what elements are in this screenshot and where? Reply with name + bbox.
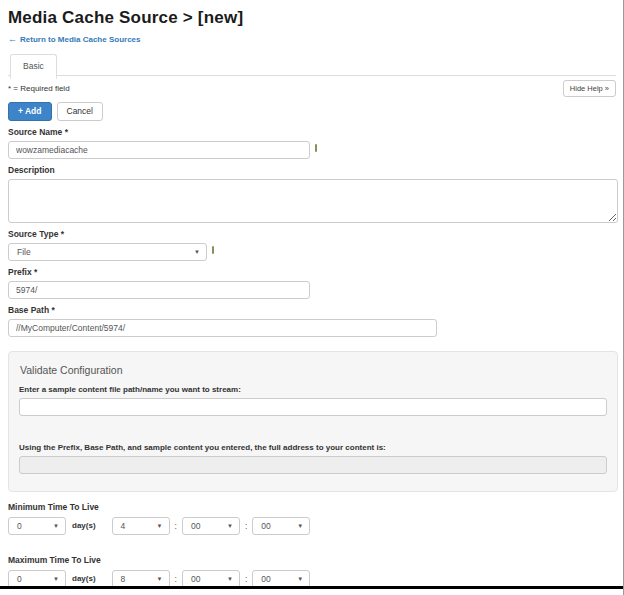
max-ttl-group: Maximum Time To Live 0 ▼ day(s) 8 ▼ : 00… [8,555,616,588]
chevron-down-icon: ▼ [227,576,233,582]
sample-content-label: Enter a sample content file path/name yo… [19,385,607,394]
description-label: Description [8,165,616,175]
base-path-input[interactable] [8,319,437,337]
add-button-label: Add [25,106,42,116]
prefix-group: Prefix * [8,267,616,299]
media-cache-source-form: Media Cache Source > [new] ← Return to M… [0,0,624,595]
note-row: * = Required field Hide Help » [8,80,616,97]
sample-content-input[interactable] [19,398,607,416]
max-ttl-seconds-value: 00 [261,574,270,584]
ttl-colon: : [245,521,247,531]
max-ttl-days-suffix: day(s) [72,574,96,583]
max-ttl-minutes-select[interactable]: 00 ▼ [182,570,240,588]
chevron-down-icon: ▼ [194,249,200,255]
screenshot-bottom-border [0,586,623,589]
max-ttl-hours-select[interactable]: 8 ▼ [112,570,170,588]
max-ttl-hours-value: 8 [121,574,126,584]
prefix-input[interactable] [8,281,310,299]
min-ttl-minutes-select[interactable]: 00 ▼ [182,517,240,535]
source-name-group: Source Name * [8,127,616,159]
source-name-input[interactable] [8,141,310,159]
chevron-down-icon: ▼ [297,523,303,529]
chevron-down-icon: ▼ [297,576,303,582]
chevron-down-icon: ▼ [157,576,163,582]
ttl-colon: : [175,521,177,531]
validate-configuration-title: Validate Configuration [20,364,607,376]
source-type-value: File [17,247,31,257]
tab-bar: Basic [8,53,616,76]
min-ttl-hours-value: 4 [121,521,126,531]
ttl-colon: : [245,574,247,584]
plus-icon: + [18,106,23,116]
chevron-down-icon: ▼ [157,523,163,529]
min-ttl-hours-select[interactable]: 4 ▼ [112,517,170,535]
add-button[interactable]: +Add [8,102,52,121]
description-textarea[interactable] [8,179,618,223]
prefix-label: Prefix * [8,267,616,277]
chevron-down-icon: ▼ [53,523,59,529]
max-ttl-days-value: 0 [17,574,22,584]
help-marker-icon [315,144,317,152]
min-ttl-minutes-value: 00 [191,521,200,531]
min-ttl-label: Minimum Time To Live [8,502,616,512]
max-ttl-minutes-value: 00 [191,574,200,584]
min-ttl-days-suffix: day(s) [72,521,96,530]
help-marker-icon [212,246,214,254]
hide-help-button[interactable]: Hide Help » [563,80,616,97]
full-address-output [19,456,607,474]
max-ttl-seconds-select[interactable]: 00 ▼ [252,570,310,588]
ttl-colon: : [175,574,177,584]
source-type-label: Source Type * [8,229,616,239]
min-ttl-days-select[interactable]: 0 ▼ [8,517,66,535]
chevron-down-icon: ▼ [53,576,59,582]
min-ttl-group: Minimum Time To Live 0 ▼ day(s) 4 ▼ : 00… [8,502,616,535]
tab-basic[interactable]: Basic [10,54,57,79]
min-ttl-seconds-select[interactable]: 00 ▼ [252,517,310,535]
page-title: Media Cache Source > [new] [8,8,616,28]
return-link-label: Return to Media Cache Sources [20,35,140,44]
min-ttl-days-value: 0 [17,521,22,531]
source-type-group: Source Type * File ▼ [8,229,616,261]
top-action-buttons: +Add Cancel [8,102,616,121]
base-path-group: Base Path * [8,305,616,337]
validate-configuration-panel: Validate Configuration Enter a sample co… [8,351,618,492]
description-group: Description [8,165,616,223]
max-ttl-label: Maximum Time To Live [8,555,616,565]
source-name-label: Source Name * [8,127,616,137]
min-ttl-seconds-value: 00 [261,521,270,531]
required-field-note: * = Required field [8,84,70,93]
cancel-button[interactable]: Cancel [57,102,103,121]
base-path-label: Base Path * [8,305,616,315]
page-frame: Media Cache Source > [new] ← Return to M… [0,0,624,595]
back-arrow-icon: ← [8,34,17,44]
return-link[interactable]: ← Return to Media Cache Sources [8,34,140,44]
max-ttl-days-select[interactable]: 0 ▼ [8,570,66,588]
full-address-label: Using the Prefix, Base Path, and sample … [19,443,607,452]
source-type-select[interactable]: File ▼ [8,243,207,261]
chevron-down-icon: ▼ [227,523,233,529]
